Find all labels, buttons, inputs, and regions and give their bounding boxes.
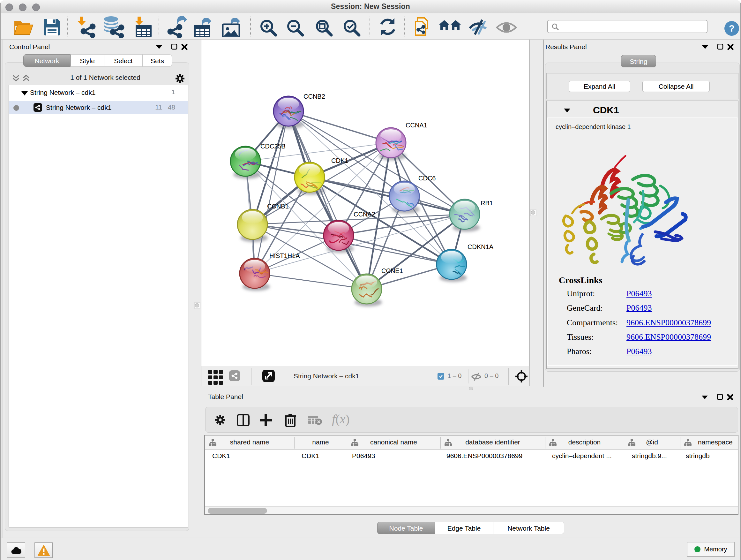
- svg-text:CDC25B: CDC25B: [260, 143, 286, 150]
- svg-text:CDK1: CDK1: [331, 157, 348, 164]
- svg-text:CCNA2: CCNA2: [354, 211, 375, 218]
- svg-text:CDKN1A: CDKN1A: [468, 243, 494, 250]
- svg-text:CCNA1: CCNA1: [406, 122, 427, 129]
- svg-text:CCNB2: CCNB2: [304, 93, 325, 100]
- svg-text:CDC6: CDC6: [418, 175, 435, 182]
- svg-text:HIST1H1A: HIST1H1A: [269, 252, 300, 259]
- svg-text:CCNB1: CCNB1: [267, 203, 289, 210]
- svg-text:RB1: RB1: [481, 199, 493, 206]
- svg-text:CCNE1: CCNE1: [381, 267, 403, 274]
